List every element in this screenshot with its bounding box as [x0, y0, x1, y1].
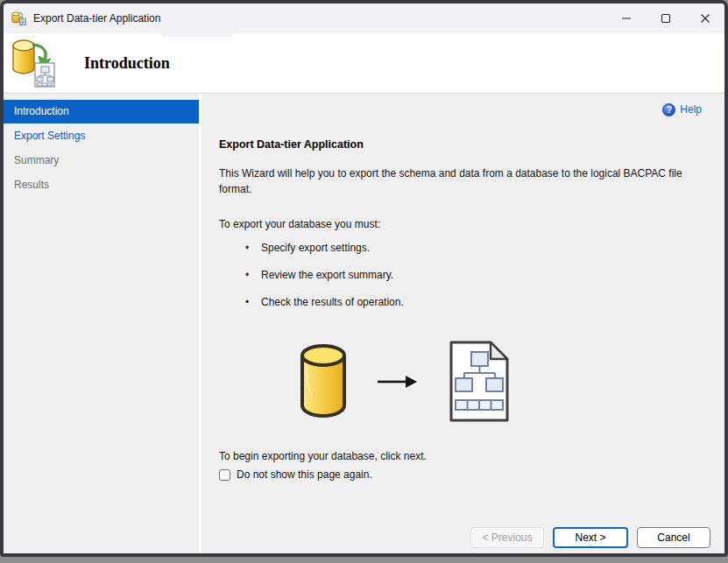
list-item-text: Check the results of operation.	[261, 296, 404, 308]
help-label: Help	[680, 103, 702, 116]
bacpac-document-icon	[449, 340, 510, 423]
maximize-icon	[661, 13, 671, 24]
requirements-list: • Specify export settings. • Review the …	[219, 242, 702, 308]
maximize-button[interactable]	[646, 4, 685, 33]
close-button[interactable]	[685, 4, 724, 33]
titlebar-tab-artifact	[162, 33, 232, 37]
sidebar-item-results: Results	[4, 173, 199, 197]
requirements-intro: To export your database you must:	[219, 218, 702, 230]
export-illustration	[300, 340, 510, 423]
next-button[interactable]: Next >	[553, 527, 628, 548]
previous-button: < Previous	[470, 527, 544, 548]
list-item: • Check the results of operation.	[219, 296, 702, 308]
sidebar-item-export-settings[interactable]: Export Settings	[4, 124, 199, 148]
app-database-export-icon	[11, 11, 27, 25]
minimize-button[interactable]	[606, 4, 646, 33]
do-not-show-checkbox[interactable]	[219, 469, 230, 481]
footer-button-bar: < Previous Next > Cancel	[201, 521, 724, 553]
minimize-icon	[621, 13, 632, 24]
content-heading: Export Data-tier Application	[219, 138, 702, 151]
export-database-icon	[11, 38, 59, 88]
do-not-show-row: Do not show this page again.	[219, 468, 702, 481]
sidebar-item-introduction[interactable]: Introduction	[4, 100, 199, 123]
close-icon	[700, 13, 710, 24]
do-not-show-label[interactable]: Do not show this page again.	[237, 468, 372, 481]
help-icon: ?	[662, 103, 675, 116]
closing-note: To begin exporting your database, click …	[219, 450, 702, 462]
sidebar-item-summary: Summary	[4, 149, 199, 172]
window-controls	[606, 4, 724, 33]
wizard-steps-sidebar: Introduction Export Settings Summary Res…	[4, 94, 199, 521]
bullet-icon: •	[245, 242, 261, 254]
window-title: Export Data-tier Application	[33, 12, 160, 25]
help-link[interactable]: ? Help	[662, 101, 702, 118]
footer-spacer	[4, 521, 199, 553]
list-item: • Review the export summary.	[219, 269, 702, 281]
list-item-text: Specify export settings.	[261, 242, 370, 254]
cancel-button[interactable]: Cancel	[637, 527, 710, 548]
arrow-right-icon	[377, 374, 419, 390]
introduction-page-content: ? Help Export Data-tier Application This…	[201, 94, 724, 521]
database-cylinder-icon	[300, 344, 347, 419]
bullet-icon: •	[245, 296, 261, 308]
list-item-text: Review the export summary.	[261, 269, 393, 281]
page-title: Introduction	[84, 54, 170, 73]
wizard-window: Export Data-tier Application	[0, 0, 728, 557]
intro-paragraph: This Wizard will help you to export the …	[219, 165, 696, 197]
wizard-header: Introduction	[4, 33, 724, 94]
bullet-icon: •	[245, 269, 261, 281]
titlebar[interactable]: Export Data-tier Application	[4, 4, 724, 33]
list-item: • Specify export settings.	[219, 242, 702, 254]
